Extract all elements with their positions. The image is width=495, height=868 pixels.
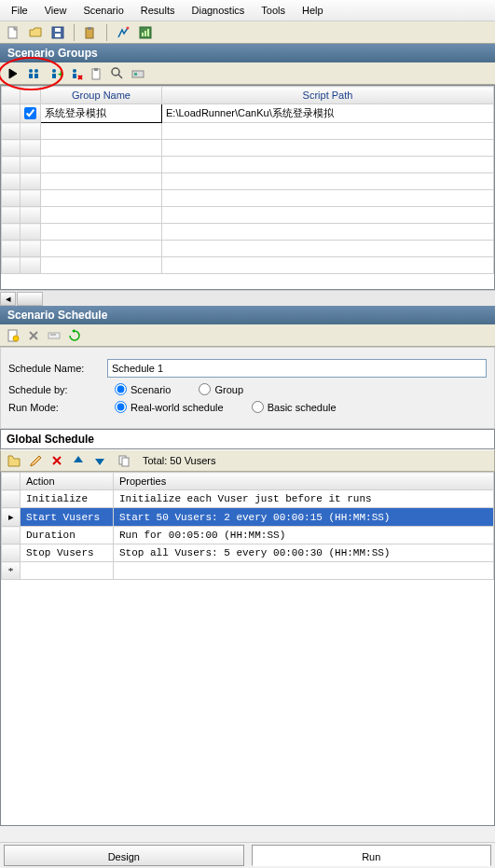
rename-schedule-icon[interactable]: [45, 326, 63, 345]
menu-bar: File View Scenario Results Diagnostics T…: [0, 0, 495, 21]
radio-real-world[interactable]: Real-world schedule: [115, 401, 224, 413]
schedule-form: Schedule Name: Schedule by: Scenario Gro…: [0, 347, 495, 429]
group-name-cell[interactable]: 系统登录模拟: [41, 104, 162, 123]
menu-diagnostics[interactable]: Diagnostics: [185, 3, 253, 18]
menu-file[interactable]: File: [4, 3, 35, 18]
menu-tools[interactable]: Tools: [254, 3, 293, 18]
bottom-tabs: Design Run: [0, 842, 495, 868]
copy-icon[interactable]: [115, 451, 133, 470]
schedule-row-duration[interactable]: Duration Run for 00:05:00 (HH:MM:SS): [2, 527, 494, 544]
chart-icon[interactable]: [136, 23, 155, 42]
schedule-row-new[interactable]: *: [2, 562, 494, 580]
svg-rect-16: [52, 74, 56, 78]
horizontal-scrollbar[interactable]: ◂: [0, 290, 495, 306]
add-action-icon[interactable]: [5, 451, 23, 470]
scroll-thumb[interactable]: [17, 292, 43, 306]
schedule-row-start-vusers[interactable]: ▸ Start Vusers Start 50 Vusers: 2 every …: [2, 508, 494, 527]
svg-point-18: [73, 69, 76, 73]
schedule-by-label: Schedule by:: [8, 384, 107, 395]
run-mode-label: Run Mode:: [8, 402, 107, 413]
svg-rect-24: [134, 73, 137, 76]
groups-toolbar: +: [0, 62, 495, 85]
global-schedule-grid[interactable]: Action Properties Initialize Initialize …: [0, 472, 495, 826]
menu-help[interactable]: Help: [295, 3, 331, 18]
vusers-add-icon[interactable]: +: [47, 64, 65, 83]
global-schedule-header: Global Schedule: [0, 429, 495, 449]
edit-action-icon[interactable]: [26, 451, 45, 470]
tab-run[interactable]: Run: [252, 845, 492, 866]
radio-scenario[interactable]: Scenario: [115, 383, 171, 395]
delete-schedule-icon[interactable]: [24, 326, 43, 345]
svg-point-12: [34, 69, 38, 73]
open-icon[interactable]: [26, 23, 45, 42]
svg-rect-3: [55, 28, 61, 32]
group-checkbox[interactable]: [24, 107, 36, 119]
action-icon[interactable]: [114, 23, 132, 42]
radio-group[interactable]: Group: [199, 383, 243, 395]
svg-rect-8: [142, 33, 144, 36]
column-header-properties[interactable]: Properties: [114, 473, 494, 490]
svg-rect-23: [132, 71, 144, 77]
total-vusers-label: Total: 50 Vusers: [143, 455, 215, 466]
group-row[interactable]: 系统登录模拟 E:\LoadRunner\CanKu\系统登录模拟: [2, 104, 494, 123]
refresh-schedule-icon[interactable]: [65, 326, 84, 345]
check-column-header: [21, 87, 41, 104]
svg-point-11: [29, 69, 33, 73]
schedule-name-input[interactable]: [107, 359, 487, 378]
scenario-schedule-header: Scenario Schedule: [0, 306, 495, 324]
tab-design[interactable]: Design: [4, 845, 244, 866]
move-down-icon[interactable]: [90, 451, 109, 470]
radio-basic[interactable]: Basic schedule: [252, 401, 337, 413]
menu-results[interactable]: Results: [133, 3, 183, 18]
menu-view[interactable]: View: [37, 3, 75, 18]
play-icon[interactable]: [4, 64, 22, 83]
svg-rect-13: [29, 74, 33, 78]
scroll-left-icon[interactable]: ◂: [0, 292, 16, 306]
groups-grid[interactable]: Group Name Script Path 系统登录模拟 E:\LoadRun…: [0, 85, 495, 290]
save-icon[interactable]: [48, 23, 67, 42]
svg-point-15: [52, 69, 56, 73]
new-schedule-icon[interactable]: [4, 326, 22, 345]
row-header-corner: [2, 87, 21, 104]
scenario-groups-header: Scenario Groups: [0, 44, 495, 62]
svg-rect-21: [94, 68, 98, 71]
generator-icon[interactable]: [129, 64, 147, 83]
svg-rect-9: [144, 31, 146, 36]
svg-rect-29: [122, 458, 129, 466]
global-schedule-toolbar: Total: 50 Vusers: [0, 449, 495, 472]
svg-point-22: [112, 68, 119, 76]
separator: [74, 24, 75, 41]
svg-rect-5: [88, 27, 91, 30]
schedule-name-label: Schedule Name:: [8, 363, 107, 374]
svg-rect-2: [55, 34, 61, 37]
menu-scenario[interactable]: Scenario: [76, 3, 131, 18]
main-toolbar: [0, 21, 495, 44]
clipboard-icon[interactable]: [88, 64, 106, 83]
column-header-script-path[interactable]: Script Path: [162, 87, 494, 104]
vusers-remove-icon[interactable]: [67, 64, 86, 83]
delete-action-icon[interactable]: [48, 451, 66, 470]
schedule-toolbar-top: [0, 324, 495, 347]
vusers-icon[interactable]: [24, 64, 43, 83]
paste-icon[interactable]: [81, 23, 100, 42]
separator: [106, 24, 107, 41]
svg-point-26: [13, 336, 19, 341]
svg-text:+: +: [58, 68, 63, 79]
row-header-corner: [2, 473, 21, 490]
column-header-action[interactable]: Action: [21, 473, 114, 490]
new-icon[interactable]: [4, 23, 22, 42]
svg-rect-27: [48, 333, 60, 338]
schedule-row-initialize[interactable]: Initialize Initialize each Vuser just be…: [2, 490, 494, 508]
svg-point-6: [127, 26, 130, 29]
schedule-row-stop-vusers[interactable]: Stop Vusers Stop all Vusers: 5 every 00:…: [2, 544, 494, 562]
svg-rect-19: [73, 74, 76, 78]
search-icon[interactable]: [108, 64, 127, 83]
move-up-icon[interactable]: [69, 451, 88, 470]
svg-rect-14: [34, 74, 38, 78]
column-header-group-name[interactable]: Group Name: [41, 87, 162, 104]
script-path-cell[interactable]: E:\LoadRunner\CanKu\系统登录模拟: [162, 104, 494, 123]
svg-rect-10: [147, 29, 149, 36]
